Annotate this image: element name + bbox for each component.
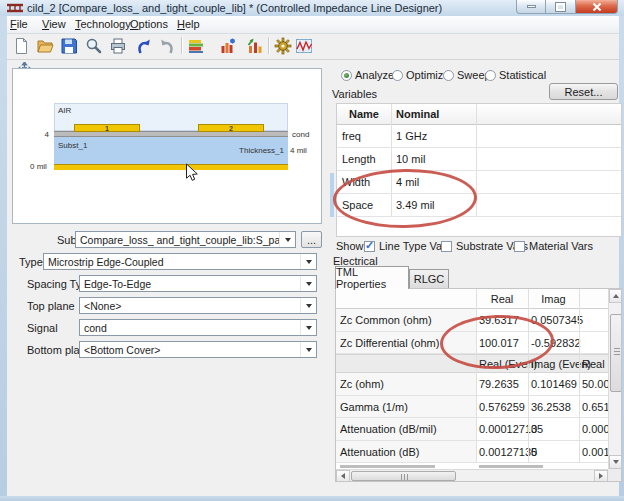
checkbox-material-vars[interactable] [514,241,525,252]
value-imag-even: 0.101469 [531,378,577,390]
substrate-combobox[interactable]: Compare_loss_ and_tight_couple_lib:S_par… [75,231,296,248]
horizontal-scrollbar[interactable] [336,469,608,482]
maximize-button[interactable] [546,0,576,14]
open-icon[interactable] [34,35,56,57]
window-title: cild_2 [Compare_loss_ and_tight_couple_l… [27,2,442,14]
scroll-left-icon[interactable] [336,470,350,482]
save-icon[interactable] [58,35,80,57]
analyze-chart-icon[interactable] [217,35,239,57]
zoom-icon[interactable] [83,35,105,57]
trace-1[interactable]: 1 [74,124,140,132]
bottom-plane-combobox[interactable]: <Bottom Cover> [79,341,317,358]
scroll-down-icon[interactable] [609,455,622,469]
menu-options[interactable]: Options [130,18,168,30]
top-plane-value: <None> [80,300,300,312]
col-header-nominal[interactable]: Nominal [396,108,439,120]
new-icon[interactable] [10,35,32,57]
scrollbar-corner [608,469,622,482]
chevron-down-icon[interactable] [300,320,316,335]
scroll-right-icon[interactable] [594,470,608,482]
menu-help[interactable]: Help [177,18,200,30]
vertical-scrollbar[interactable] [608,289,622,469]
print-icon[interactable] [107,35,129,57]
value-imag-even: 0 [531,423,537,435]
app-icon [7,2,23,14]
chevron-down-icon[interactable] [279,232,295,247]
toolbar-separator [181,37,183,54]
substrate-browse-button[interactable]: ... [301,231,322,248]
col-header-real-odd[interactable]: Real ( [582,358,611,370]
trace-1-label: 1 [105,125,109,132]
cond-name-label: cond [292,130,309,139]
menu-bar: File View Technology Options Help [7,16,619,34]
chevron-down-icon[interactable] [300,342,316,357]
show-label: Show: [336,240,367,252]
horizontal-scrollbar-thumb[interactable] [351,471,456,481]
undo-icon[interactable] [133,35,155,57]
caption-buttons [516,0,618,14]
var-nominal[interactable]: 1 GHz [396,130,427,142]
minimize-button[interactable] [516,0,546,14]
checkbox-material-vars-label[interactable]: Material Vars [529,240,593,252]
var-nominal[interactable]: 10 mil [396,153,425,165]
type-combobox[interactable]: Microstrip Edge-Coupled [43,253,317,270]
signal-combobox[interactable]: cond [79,319,317,336]
col-header-name[interactable]: Name [337,108,391,120]
substrate-value: Compare_loss_ and_tight_couple_lib:S_par… [76,234,279,246]
checkbox-substrate-vars[interactable] [441,241,452,252]
substrate-label: Subst_1 [58,141,87,150]
close-button[interactable] [576,0,618,14]
value-real-even: 79.2635 [479,378,519,390]
radio-statistical-label[interactable]: Statistical [499,69,546,81]
tab-rlgc[interactable]: RLGC [409,269,449,289]
menu-view[interactable]: View [42,18,66,30]
top-plane-label: Top plane [27,300,75,312]
spacing-type-value: Edge-To-Edge [80,278,300,290]
row-label: Gamma (1/m) [340,401,408,413]
checkbox-line-type-vars[interactable] [364,241,375,252]
cross-section-panel: AIR 1 2 Subst_1 4 cond Thickness_1 4 mil… [12,68,322,224]
signal-label: Signal [27,322,58,334]
spacing-type-combobox[interactable]: Edge-To-Edge [79,275,317,292]
chevron-down-icon[interactable] [300,276,316,291]
table-row-length[interactable]: Length 10 mil [337,148,621,171]
bottom-plane-value: <Bottom Cover> [80,344,300,356]
trace-2[interactable]: 2 [198,124,264,132]
value-real-odd: 0.651 [582,401,610,413]
stackup-chart-icon[interactable] [185,35,207,57]
table-row-freq[interactable]: freq 1 GHz [337,125,621,148]
radio-analyze-label[interactable]: Analyze [355,69,394,81]
radio-analyze[interactable] [341,70,352,81]
baseline-label: 0 mil [30,162,47,171]
radio-sweep[interactable] [443,70,454,81]
type-label: Type [19,256,43,268]
col-header-real[interactable]: Real [476,293,528,305]
optimize-chart-icon[interactable] [244,35,266,57]
value-real-odd: 0.001 [582,446,610,458]
top-plane-combobox[interactable]: <None> [79,297,317,314]
menu-technology[interactable]: Technology [75,18,131,30]
settings-gear-icon[interactable] [272,35,294,57]
radio-optimize[interactable] [392,70,403,81]
ground-layer [54,164,288,170]
tab-tml-properties[interactable]: TML Properties [335,266,409,289]
cond-height-label: 4 [35,130,49,139]
waveform-plot-icon[interactable] [293,35,315,57]
radio-statistical[interactable] [485,70,496,81]
reset-button[interactable]: Reset... [549,83,618,100]
window-border-left [0,16,7,501]
redo-icon[interactable] [156,35,178,57]
col-header-imag[interactable]: Imag [528,293,579,305]
window-border-bottom [0,496,624,501]
value-real-even: 0.576259 [479,401,525,413]
var-name: Length [342,153,376,165]
type-value: Microstrip Edge-Coupled [44,256,300,268]
browse-label: ... [307,234,316,246]
menu-file[interactable]: File [10,18,28,30]
chevron-down-icon[interactable] [300,298,316,313]
thickness-label: Thickness_1 [229,146,284,155]
vertical-scrollbar-thumb[interactable] [610,314,622,392]
scroll-up-icon[interactable] [609,289,622,303]
trace-2-label: 2 [229,125,233,132]
chevron-down-icon[interactable] [300,254,316,269]
